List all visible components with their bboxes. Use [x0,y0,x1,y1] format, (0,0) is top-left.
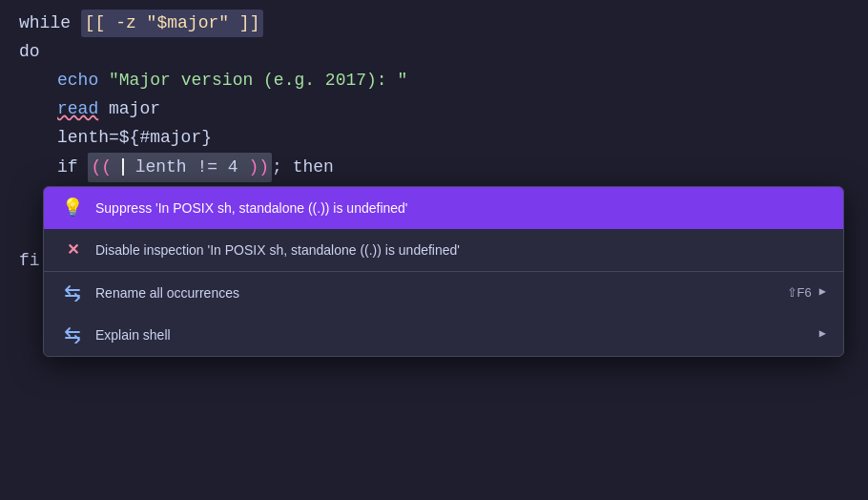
string-major-version: "Major version (e.g. 2017): " [98,67,407,94]
condition-expr: (( lenth != 4 )) [88,153,272,182]
code-editor: while [[ -z "$major" ]] do echo "Major v… [0,0,868,500]
x-icon: ✕ [61,239,84,261]
code-line-1: while [[ -z "$major" ]] [19,10,849,38]
menu-item-disable[interactable]: ✕ Disable inspection 'In POSIX sh, stand… [44,229,843,271]
bulb-icon: 💡 [61,197,84,219]
rename-shortcut: ⇧F6 [787,283,812,303]
assign-lenth: lenth=${#major} [57,124,212,152]
keyword-echo: echo [57,67,98,94]
code-line-4: read major [19,95,849,124]
bracket-condition: [[ -z "$major" ]] [81,10,264,37]
explain-icon [61,323,84,346]
menu-item-explain[interactable]: Explain shell ▶ [44,314,843,356]
code-line-5: lenth=${#major} [19,124,849,153]
rename-icon [61,281,84,304]
menu-label-disable: Disable inspection 'In POSIX sh, standal… [95,240,826,260]
code-line-3: echo "Major version (e.g. 2017): " [19,67,849,95]
keyword-read: read [57,95,98,123]
keyword-do: do [19,38,40,66]
keyword-while: while [19,10,81,37]
var-major: major [98,95,160,123]
menu-label-suppress: Suppress 'In POSIX sh, standalone ((.)) … [95,198,826,219]
rename-arrow: ▶ [819,283,826,302]
code-line-6: if (( lenth != 4 )); then [19,153,849,182]
menu-item-rename[interactable]: Rename all occurrences ⇧F6 ▶ [44,272,843,314]
keyword-fi: fi [19,247,40,275]
keyword-if: if [57,154,88,181]
menu-label-explain: Explain shell [95,324,812,345]
code-line-2: do [19,38,849,67]
semicolon-then: ; then [272,154,334,181]
context-menu: 💡 Suppress 'In POSIX sh, standalone ((.)… [43,186,844,357]
menu-item-suppress[interactable]: 💡 Suppress 'In POSIX sh, standalone ((.)… [44,187,843,229]
cursor-marker [122,158,124,176]
explain-arrow: ▶ [819,325,826,344]
shortcut-text: ⇧F6 [787,283,812,303]
menu-label-rename: Rename all occurrences [95,282,787,303]
